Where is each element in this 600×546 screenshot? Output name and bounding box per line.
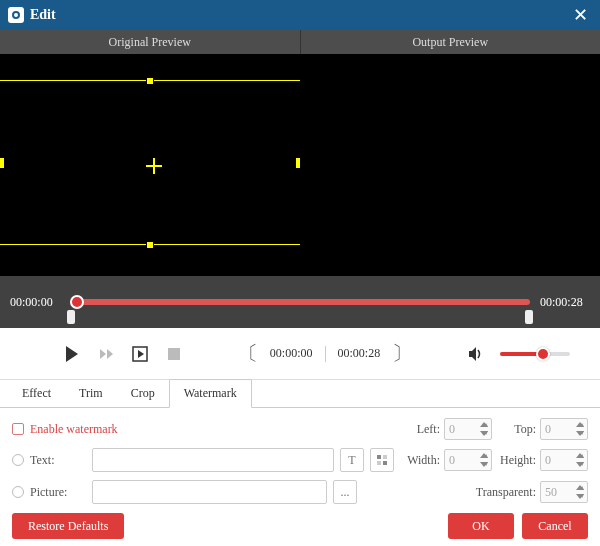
original-preview-label: Original Preview [0,30,301,54]
tab-bar: Effect Trim Crop Watermark [0,380,600,408]
crop-center-icon[interactable] [146,158,162,174]
playback-controls: 〔 00:00:00 00:00:28 〕 [0,328,600,380]
top-input[interactable]: 0▴▾ [540,418,588,440]
picture-label: Picture: [30,485,86,500]
original-preview-pane[interactable] [0,54,300,276]
timeline-end-time: 00:00:28 [540,295,590,310]
color-button[interactable] [370,448,394,472]
tab-watermark[interactable]: Watermark [169,379,252,408]
timeline-out-marker[interactable] [525,310,533,324]
cancel-button[interactable]: Cancel [522,513,588,539]
enable-watermark-label: Enable watermark [30,422,118,437]
svg-rect-6 [383,461,387,465]
crop-handle-left[interactable] [0,158,4,168]
svg-marker-2 [469,347,476,361]
window-title: Edit [30,7,56,23]
browse-button[interactable]: ... [333,480,357,504]
picture-radio[interactable] [12,486,24,498]
transparent-input[interactable]: 50▴▾ [540,481,588,503]
text-input[interactable] [92,448,334,472]
enable-watermark-checkbox[interactable] [12,423,24,435]
app-logo-icon [8,7,24,23]
crop-handle-bottom[interactable] [146,241,154,249]
text-label: Text: [30,453,86,468]
top-label: Top: [496,422,536,437]
volume-icon[interactable] [462,340,490,368]
footer: Restore Defaults OK Cancel [0,506,600,546]
total-time: 00:00:28 [334,346,385,361]
volume-slider[interactable] [500,352,570,356]
bracket-in-icon[interactable]: 〔 [236,340,260,367]
crop-handle-right[interactable] [296,158,300,168]
timeline: 00:00:00 00:00:28 [0,276,600,328]
close-icon[interactable]: ✕ [569,4,592,26]
svg-rect-4 [383,455,387,459]
transparent-label: Transparent: [456,485,536,500]
crop-handle-top[interactable] [146,77,154,85]
tab-effect[interactable]: Effect [8,380,65,407]
output-preview-pane [300,54,600,276]
timeline-track[interactable] [70,292,530,312]
title-bar: Edit ✕ [0,0,600,30]
left-input[interactable]: 0▴▾ [444,418,492,440]
timeline-in-marker[interactable] [67,310,75,324]
preview-area [0,54,600,276]
picture-input[interactable] [92,480,327,504]
restore-defaults-button[interactable]: Restore Defaults [12,513,124,539]
fast-forward-button[interactable] [92,340,120,368]
watermark-panel: Enable watermark Left: 0▴▾ Top: 0▴▾ Text… [0,408,600,522]
tab-crop[interactable]: Crop [117,380,169,407]
tab-trim[interactable]: Trim [65,380,117,407]
left-label: Left: [400,422,440,437]
height-input[interactable]: 0▴▾ [540,449,588,471]
svg-rect-3 [377,455,381,459]
stop-button[interactable] [160,340,188,368]
output-preview-label: Output Preview [301,30,601,54]
volume-knob[interactable] [536,347,550,361]
next-frame-button[interactable] [126,340,154,368]
font-button[interactable]: T [340,448,364,472]
timeline-playhead[interactable] [70,295,84,309]
ok-button[interactable]: OK [448,513,514,539]
timeline-start-time: 00:00:00 [10,295,60,310]
svg-marker-1 [138,350,144,358]
play-button[interactable] [58,340,86,368]
preview-header: Original Preview Output Preview [0,30,600,54]
width-input[interactable]: 0▴▾ [444,449,492,471]
bracket-out-icon[interactable]: 〕 [390,340,414,367]
text-radio[interactable] [12,454,24,466]
svg-rect-5 [377,461,381,465]
width-label: Width: [400,453,440,468]
current-time: 00:00:00 [266,346,317,361]
height-label: Height: [496,453,536,468]
